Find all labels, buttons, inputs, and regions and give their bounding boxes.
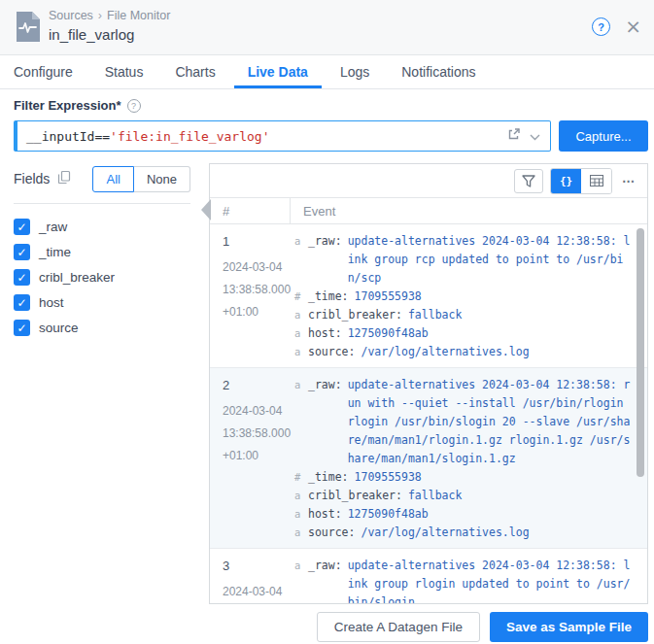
- filter-expression-input[interactable]: __inputId=='file:in_file_varlog': [14, 120, 551, 152]
- checkbox-checked-icon[interactable]: ✓: [14, 244, 30, 260]
- tab-bar: Configure Status Charts Live Data Logs N…: [0, 55, 654, 89]
- event-field[interactable]: ahost:1275090f48ab: [294, 324, 631, 343]
- checkbox-checked-icon[interactable]: ✓: [14, 320, 30, 336]
- event-field[interactable]: #_time:1709555938: [294, 468, 631, 487]
- field-value: 1709555938: [355, 468, 422, 487]
- fields-none-button[interactable]: None: [134, 166, 190, 192]
- tab-live-data[interactable]: Live Data: [234, 55, 322, 88]
- field-checkbox-raw[interactable]: ✓ _raw: [14, 219, 190, 235]
- field-value: 1275090f48ab: [348, 324, 429, 343]
- chevron-down-icon[interactable]: [530, 127, 540, 145]
- field-type-icon: a: [294, 524, 308, 542]
- table-view-button[interactable]: [581, 169, 611, 193]
- field-label: _time: [39, 245, 71, 259]
- field-key: cribl_breaker:: [308, 487, 402, 505]
- field-type-icon: #: [294, 468, 308, 487]
- event-fields: a_raw:update-alternatives 2024-03-04 12:…: [293, 230, 647, 361]
- event-field[interactable]: asource:/var/log/alternatives.log: [294, 524, 631, 542]
- tab-notifications[interactable]: Notifications: [388, 55, 489, 88]
- field-key: host:: [308, 505, 342, 524]
- capture-button[interactable]: Capture...: [559, 120, 648, 152]
- file-monitor-source-icon: [15, 11, 41, 47]
- field-key: source:: [308, 343, 355, 361]
- event-time: 13:38:58.000: [223, 423, 293, 445]
- vertical-scrollbar[interactable]: [637, 228, 644, 477]
- tab-configure[interactable]: Configure: [0, 55, 86, 88]
- footer-actions: Create A Datagen File Save as Sample Fil…: [317, 612, 648, 642]
- event-meta: 32024-03-0413:38:58.000+01:00: [210, 555, 293, 603]
- fields-divider: [14, 203, 190, 204]
- field-type-icon: a: [294, 557, 308, 603]
- filter-funnel-button[interactable]: [514, 169, 543, 193]
- field-value: update-alternatives 2024-03-04 12:38:58:…: [348, 232, 631, 288]
- event-number: 1: [223, 232, 293, 251]
- view-mode-toggle: {}: [550, 168, 612, 194]
- checkbox-checked-icon[interactable]: ✓: [14, 269, 30, 286]
- filter-help-icon[interactable]: ?: [127, 99, 141, 113]
- checkbox-checked-icon[interactable]: ✓: [14, 219, 30, 235]
- field-key: _time:: [308, 468, 349, 487]
- tab-charts[interactable]: Charts: [161, 55, 228, 88]
- event-date: 2024-03-04: [223, 256, 293, 279]
- event-field[interactable]: a_raw:update-alternatives 2024-03-04 12:…: [294, 232, 631, 288]
- event-field[interactable]: #_time:1709555938: [294, 288, 631, 306]
- event-field[interactable]: asource:/var/log/alternatives.log: [294, 343, 631, 361]
- close-icon[interactable]: ×: [625, 17, 641, 36]
- collapse-panel-handle[interactable]: [201, 199, 211, 220]
- help-icon[interactable]: ?: [592, 17, 610, 36]
- event-field[interactable]: acribl_breaker:fallback: [294, 306, 631, 324]
- field-value: fallback: [408, 487, 462, 505]
- field-value: update-alternatives 2024-03-04 12:38:58:…: [348, 557, 631, 603]
- field-label: cribl_breaker: [39, 270, 115, 285]
- field-checkbox-host[interactable]: ✓ host: [14, 294, 190, 311]
- field-checkbox-time[interactable]: ✓ _time: [14, 244, 190, 260]
- event-date: 2024-03-04: [223, 400, 293, 423]
- event-field[interactable]: acribl_breaker:fallback: [294, 487, 631, 505]
- filter-expression-value[interactable]: __inputId=='file:in_file_varlog': [17, 129, 506, 144]
- tab-logs[interactable]: Logs: [327, 55, 383, 88]
- field-type-icon: a: [294, 343, 308, 361]
- field-checkbox-cribl-breaker[interactable]: ✓ cribl_breaker: [14, 269, 190, 286]
- checkbox-checked-icon[interactable]: ✓: [14, 294, 30, 311]
- fields-title: Fields: [14, 171, 50, 186]
- create-datagen-button[interactable]: Create A Datagen File: [317, 612, 480, 642]
- event-rows: 12024-03-0413:38:58.000+01:00a_raw:updat…: [210, 224, 647, 603]
- field-label: source: [39, 321, 79, 335]
- column-header-event[interactable]: Event: [290, 198, 647, 223]
- expand-expression-icon[interactable]: [506, 127, 521, 146]
- event-field[interactable]: a_raw:update-alternatives 2024-03-04 12:…: [294, 557, 631, 603]
- fields-all-button[interactable]: All: [92, 166, 133, 192]
- breadcrumb: Sources›File Monitor: [49, 9, 170, 22]
- breadcrumb-sources[interactable]: Sources: [49, 9, 93, 22]
- field-key: source:: [308, 524, 355, 542]
- copy-fields-icon[interactable]: [57, 170, 71, 188]
- field-value: fallback: [408, 306, 462, 324]
- field-key: _raw:: [308, 376, 342, 468]
- table-header: # Event: [210, 197, 647, 224]
- expression-string-literal: 'file:in_file_varlog': [110, 129, 269, 144]
- breadcrumb-file-monitor[interactable]: File Monitor: [107, 9, 170, 22]
- field-type-icon: a: [294, 487, 308, 505]
- field-label: host: [39, 295, 64, 310]
- field-type-icon: a: [294, 376, 308, 468]
- event-number: 3: [223, 557, 293, 575]
- event-row[interactable]: 22024-03-0413:38:58.000+01:00a_raw:updat…: [210, 368, 647, 549]
- event-time: 13:38:58.000: [223, 279, 293, 301]
- event-row[interactable]: 32024-03-0413:38:58.000+01:00a_raw:updat…: [210, 549, 647, 603]
- field-key: host:: [308, 324, 342, 343]
- more-options-icon[interactable]: ⋯: [619, 174, 638, 188]
- field-type-icon: a: [294, 505, 308, 524]
- event-row[interactable]: 12024-03-0413:38:58.000+01:00a_raw:updat…: [210, 224, 647, 368]
- field-key: _time:: [308, 288, 349, 306]
- tab-status[interactable]: Status: [91, 55, 157, 88]
- save-sample-button[interactable]: Save as Sample File: [490, 612, 648, 642]
- event-field[interactable]: a_raw:update-alternatives 2024-03-04 12:…: [294, 376, 631, 468]
- expression-code: __inputId==: [26, 129, 110, 144]
- column-header-number[interactable]: #: [210, 198, 290, 223]
- field-type-icon: #: [294, 288, 308, 306]
- event-field[interactable]: ahost:1275090f48ab: [294, 505, 631, 524]
- field-type-icon: a: [294, 324, 308, 343]
- field-checkbox-source[interactable]: ✓ source: [14, 320, 190, 336]
- event-meta: 12024-03-0413:38:58.000+01:00: [210, 230, 293, 361]
- json-view-button[interactable]: {}: [551, 169, 581, 193]
